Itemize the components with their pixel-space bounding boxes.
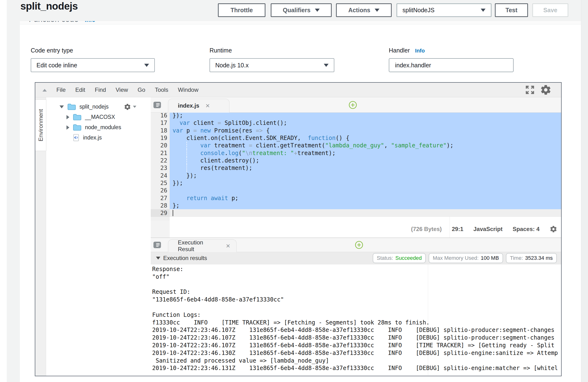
code-line-text[interactable]: console.log("\ntreatment: "+treatment);: [170, 149, 561, 157]
handler-info-link[interactable]: Info: [415, 48, 425, 54]
status-badge: Time:3523.34 ms: [506, 253, 557, 263]
test-button[interactable]: Test: [495, 3, 528, 17]
save-button[interactable]: Save: [532, 3, 568, 17]
code-line-19: 19 client.on(client.Event.SDK_READY, fun…: [151, 134, 561, 142]
menu-tools[interactable]: Tools: [155, 87, 168, 93]
section-heading-info-link[interactable]: Info: [85, 21, 95, 23]
indent-guide: [187, 157, 187, 164]
code-line-29: 29: [151, 209, 561, 217]
line-number: 27: [151, 194, 170, 202]
page-left-gutter: [0, 0, 7, 382]
text-cursor: [172, 210, 173, 216]
menu-view[interactable]: View: [116, 87, 128, 93]
tree-item--macosx[interactable]: __MACOSX: [46, 112, 151, 122]
actions-button[interactable]: Actions: [336, 3, 392, 17]
environment-tab-label: Environment: [38, 109, 44, 141]
tab-list-icon[interactable]: [153, 101, 161, 109]
code-line-25: 25});: [151, 179, 561, 187]
menu-file[interactable]: File: [56, 87, 66, 93]
test-event-select[interactable]: splitNodeJS: [397, 3, 491, 17]
badge-label: Time:: [510, 255, 523, 261]
execution-log-output[interactable]: Response:"off"Request ID:"131e865f-6eb4-…: [151, 264, 561, 375]
page-scrollbar[interactable]: [581, 0, 588, 382]
tab-index-js[interactable]: index.js ×: [168, 99, 230, 113]
close-tab-icon[interactable]: ×: [226, 242, 230, 249]
log-line: "off": [152, 273, 561, 281]
badge-label: Status:: [377, 255, 393, 261]
close-tab-icon[interactable]: ×: [206, 102, 210, 109]
tab-execution-result[interactable]: Execution Result ×: [168, 239, 237, 252]
editor-status-bar: (726 Bytes) 29:1 JavaScript Spaces: 4: [151, 221, 561, 238]
collapse-menubar-icon[interactable]: [42, 89, 47, 92]
log-line: [152, 281, 561, 288]
code-line-text[interactable]: [170, 209, 561, 217]
execution-results-toggle[interactable]: Execution results: [156, 252, 207, 264]
code-line-text[interactable]: client.destroy();: [170, 157, 561, 164]
code-line-text[interactable]: });: [170, 179, 561, 187]
expanded-caret-icon[interactable]: [60, 105, 64, 108]
editor-settings-gear-icon[interactable]: [540, 84, 551, 96]
log-line: 2019-10-24T22:23:46.130Z 131e865f-6eb4-4…: [152, 349, 561, 357]
log-line: 2019-10-24T22:23:46.107Z 131e865f-6eb4-4…: [152, 334, 561, 342]
code-line-text[interactable]: var p = new Promise(res => {: [170, 127, 561, 134]
code-editing-area[interactable]: 16});17 var client = SplitObj.client();1…: [151, 113, 561, 221]
code-line-16: 16});: [151, 113, 561, 119]
tree-item-node-modules[interactable]: node_modules: [46, 122, 151, 133]
code-editor: FileEditFindViewGoToolsWindow Environmen…: [35, 82, 562, 376]
line-number: 25: [151, 179, 170, 187]
cursor-position-indicator[interactable]: 29:1: [452, 226, 463, 232]
throttle-button[interactable]: Throttle: [218, 3, 265, 17]
menu-go[interactable]: Go: [138, 87, 145, 93]
indent-guide: [187, 164, 187, 172]
code-line-24: 24 });: [151, 172, 561, 179]
code-line-17: 17 var client = SplitObj.client();: [151, 119, 561, 127]
code-entry-type-select[interactable]: Edit code inline: [31, 58, 155, 72]
lambda-console-screen: split_nodejs Throttle Qualifiers Actions…: [0, 0, 588, 382]
code-line-text[interactable]: var client = SplitObj.client();: [170, 119, 561, 127]
chevron-down-icon: [375, 9, 379, 12]
folder-icon: [73, 113, 82, 121]
chevron-down-icon: [315, 9, 320, 12]
log-line: f13330cc INFO [TIME TRACKER] => [Fetchin…: [152, 319, 561, 326]
runtime-select[interactable]: Node.js 10.x: [210, 58, 334, 72]
handler-label-text: Handler: [389, 47, 410, 54]
collapsed-caret-icon[interactable]: [66, 115, 69, 119]
spaces-indicator[interactable]: Spaces: 4: [513, 226, 540, 232]
tree-item-index-js[interactable]: index.js: [46, 133, 151, 143]
tree-item-root[interactable]: split_nodejs: [46, 102, 151, 112]
qualifiers-button[interactable]: Qualifiers: [271, 3, 332, 17]
line-number: 24: [151, 172, 170, 179]
gutter-tail: [151, 221, 170, 237]
handler-input[interactable]: [389, 58, 514, 72]
result-tabstrip: Execution Result ×: [151, 238, 561, 252]
code-line-text[interactable]: });: [170, 172, 561, 179]
tree-settings-gear-icon[interactable]: [124, 103, 136, 111]
statusbar-settings-gear-icon[interactable]: [550, 225, 557, 233]
menu-find[interactable]: Find: [95, 87, 106, 93]
line-number: 17: [151, 119, 170, 127]
code-line-text[interactable]: });: [170, 113, 561, 119]
environment-tab[interactable]: Environment: [35, 99, 46, 151]
folder-icon: [67, 103, 76, 111]
code-line-text[interactable]: res(treatment);: [170, 164, 561, 172]
language-mode-indicator[interactable]: JavaScript: [474, 226, 503, 232]
tab-list-icon[interactable]: [153, 241, 161, 248]
code-line-text[interactable]: return await p;: [170, 194, 561, 202]
code-tabstrip: index.js ×: [151, 97, 561, 113]
collapsed-caret-icon[interactable]: [66, 125, 69, 130]
code-line-text[interactable]: var treatment = client.getTreatment("lam…: [170, 142, 561, 149]
new-tab-icon[interactable]: [349, 101, 357, 109]
menu-window[interactable]: Window: [178, 87, 198, 93]
line-number: 22: [151, 157, 170, 164]
log-line: 2019-10-24T22:23:46.107Z 131e865f-6eb4-4…: [152, 326, 561, 334]
section-heading: Function codeInfo: [29, 21, 95, 24]
execution-results-title: Execution results: [163, 255, 207, 262]
code-line-text[interactable]: client.on(client.Event.SDK_READY, functi…: [170, 134, 561, 142]
new-tab-icon[interactable]: [355, 241, 363, 249]
code-line-text[interactable]: [170, 187, 561, 194]
badge-label: Max Memory Used:: [433, 255, 479, 261]
fullscreen-icon[interactable]: [525, 85, 535, 95]
code-line-text[interactable]: };: [170, 202, 561, 210]
chevron-down-icon: [324, 64, 329, 67]
menu-edit[interactable]: Edit: [75, 87, 85, 93]
